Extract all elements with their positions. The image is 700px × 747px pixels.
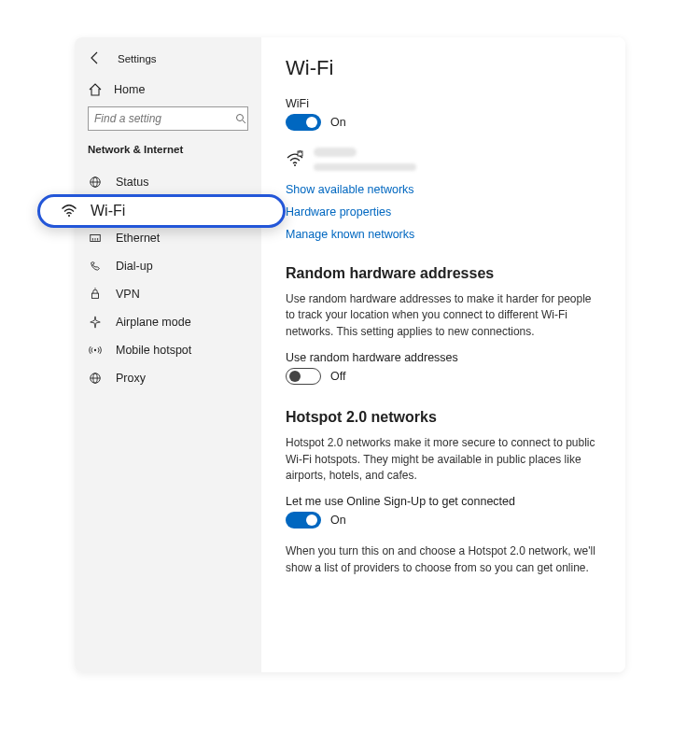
hotspot-icon bbox=[88, 343, 103, 358]
random-hw-toggle-state: Off bbox=[330, 370, 345, 383]
nav-label: Status bbox=[116, 176, 248, 189]
sidebar-item-vpn[interactable]: VPN bbox=[75, 280, 261, 308]
sidebar-item-airplane[interactable]: Airplane mode bbox=[75, 308, 261, 336]
wifi-toggle[interactable] bbox=[286, 114, 321, 131]
sidebar-item-proxy[interactable]: Proxy bbox=[75, 364, 261, 392]
nav-label: Proxy bbox=[116, 372, 248, 385]
svg-line-1 bbox=[243, 120, 245, 123]
app-title: Settings bbox=[118, 53, 157, 64]
svg-point-18 bbox=[68, 215, 70, 217]
search-input[interactable] bbox=[94, 112, 235, 125]
svg-rect-10 bbox=[92, 293, 99, 298]
search-icon bbox=[235, 113, 246, 124]
random-hw-desc: Use random hardware addresses to make it… bbox=[286, 291, 601, 340]
callout-label: Wi-Fi bbox=[91, 203, 125, 219]
random-hw-toggle-label: Use random hardware addresses bbox=[286, 351, 601, 364]
sidebar-item-status[interactable]: Status bbox=[75, 168, 261, 196]
sidebar-item-dialup[interactable]: Dial-up bbox=[75, 252, 261, 280]
proxy-icon bbox=[88, 371, 103, 386]
redacted-text bbox=[314, 146, 416, 174]
search-box[interactable] bbox=[88, 106, 248, 131]
nav-label: Mobile hotspot bbox=[116, 344, 248, 357]
random-hw-heading: Random hardware addresses bbox=[286, 265, 601, 282]
nav-label: Ethernet bbox=[116, 232, 248, 245]
link-hardware-props[interactable]: Hardware properties bbox=[286, 205, 601, 218]
sidebar: Settings Home Network & Internet Sta bbox=[75, 37, 261, 672]
airplane-icon bbox=[88, 315, 103, 330]
back-icon[interactable] bbox=[88, 50, 105, 67]
svg-rect-17 bbox=[298, 151, 302, 156]
nav-label: VPN bbox=[116, 288, 248, 301]
main-panel: Wi-Fi WiFi On Show available networks Ha… bbox=[261, 37, 625, 672]
hotspot-heading: Hotspot 2.0 networks bbox=[286, 409, 601, 426]
home-icon bbox=[88, 82, 103, 97]
hotspot-desc: Hotspot 2.0 networks make it more secure… bbox=[286, 435, 601, 484]
nav-label: Dial-up bbox=[116, 260, 248, 273]
current-network-row[interactable] bbox=[286, 146, 601, 174]
hotspot-toggle-row: On bbox=[286, 512, 601, 529]
hotspot-note: When you turn this on and choose a Hotsp… bbox=[286, 543, 601, 576]
wifi-toggle-label: WiFi bbox=[286, 97, 601, 110]
link-known-networks[interactable]: Manage known networks bbox=[286, 228, 601, 241]
settings-window: Settings Home Network & Internet Sta bbox=[0, 0, 700, 747]
section-heading: Network & Internet bbox=[75, 140, 261, 168]
wifi-toggle-row: On bbox=[286, 114, 601, 131]
random-hw-toggle[interactable] bbox=[286, 368, 321, 385]
content-area: Settings Home Network & Internet Sta bbox=[75, 37, 625, 672]
svg-point-12 bbox=[94, 349, 96, 351]
wifi-icon bbox=[61, 203, 77, 219]
globe-icon bbox=[88, 175, 103, 190]
sidebar-item-hotspot[interactable]: Mobile hotspot bbox=[75, 336, 261, 364]
page-title: Wi-Fi bbox=[286, 56, 601, 80]
home-button[interactable]: Home bbox=[75, 77, 261, 106]
hotspot-toggle[interactable] bbox=[286, 512, 321, 529]
nav-label: Airplane mode bbox=[116, 316, 248, 329]
ethernet-icon bbox=[88, 231, 103, 246]
random-hw-toggle-row: Off bbox=[286, 368, 601, 385]
vpn-icon bbox=[88, 287, 103, 302]
link-show-networks[interactable]: Show available networks bbox=[286, 183, 601, 196]
wifi-toggle-state: On bbox=[330, 116, 346, 129]
svg-point-0 bbox=[237, 115, 244, 121]
wifi-secured-icon bbox=[286, 150, 304, 169]
highlight-callout: Wi-Fi bbox=[37, 194, 286, 228]
hotspot-toggle-state: On bbox=[330, 514, 346, 527]
dialup-icon bbox=[88, 259, 103, 274]
svg-point-16 bbox=[294, 164, 296, 166]
header-row: Settings bbox=[75, 49, 261, 77]
sidebar-item-ethernet[interactable]: Ethernet bbox=[75, 224, 261, 252]
hotspot-toggle-label: Let me use Online Sign-Up to get connect… bbox=[286, 495, 601, 508]
home-label: Home bbox=[114, 83, 145, 96]
